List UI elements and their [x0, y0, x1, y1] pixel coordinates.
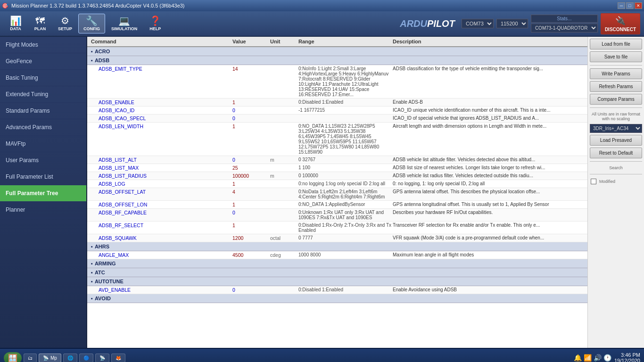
- param-value[interactable]: 4500: [232, 252, 270, 258]
- param-value[interactable]: 1: [232, 181, 270, 187]
- taskbar-item-mp2[interactable]: 📡: [95, 354, 109, 362]
- param-name[interactable]: ADSB_ICAO_SPECL: [91, 115, 232, 121]
- taskbar-item-explorer[interactable]: 🗂: [24, 354, 37, 362]
- close-button[interactable]: ✕: [635, 2, 642, 9]
- taskbar-item-ie[interactable]: 🔵: [79, 354, 93, 362]
- param-name[interactable]: ADSB_RF_CAPABLE: [91, 210, 232, 215]
- param-value[interactable]: 0: [232, 107, 270, 113]
- param-name[interactable]: ADSB_OFFSET_LON: [91, 202, 232, 207]
- group-ahrs[interactable]: ▪ AHRS: [87, 242, 587, 251]
- load-presaved-button[interactable]: Load Presaved: [590, 135, 642, 146]
- toolbar-setup[interactable]: ⚙ SETUP: [53, 14, 77, 33]
- param-range: 1000 8000: [298, 252, 393, 257]
- modified-label: Modified: [598, 178, 616, 185]
- sidebar-item-full-param-list[interactable]: Full Parameter List: [0, 169, 86, 185]
- toolbar-config[interactable]: 🔧 CONFIG: [78, 14, 105, 33]
- param-name[interactable]: ADSB_RF_SELECT: [91, 222, 232, 228]
- param-name[interactable]: ADSB_LIST_ALT: [91, 157, 232, 163]
- group-autotune[interactable]: ▪ AUTOTUNE: [87, 277, 587, 286]
- taskbar-item-firefox[interactable]: 🦊: [111, 354, 125, 362]
- sidebar-item-mavftp[interactable]: MAVFtp: [0, 136, 86, 152]
- param-value[interactable]: 1: [232, 202, 270, 207]
- param-value[interactable]: 1: [232, 222, 270, 228]
- taskbar-item-chrome[interactable]: 🌐: [63, 354, 77, 362]
- sidebar-item-full-param-tree[interactable]: Full Parameter Tree: [0, 185, 86, 202]
- sidebar-item-user-params[interactable]: User Params: [0, 152, 86, 169]
- sidebar-item-basic-tuning[interactable]: Basic Tuning: [0, 70, 86, 86]
- param-range: 0:NO_DATA 1:L15W23 2:L25W28P5 3:L25W34 4…: [298, 123, 393, 155]
- param-name[interactable]: ADSB_OFFSET_LAT: [91, 189, 232, 195]
- param-value[interactable]: 1200: [232, 235, 270, 241]
- param-value[interactable]: 0: [232, 287, 270, 293]
- group-adsb[interactable]: ▪ ADSB: [87, 56, 587, 65]
- sidebar-item-extended-tuning[interactable]: Extended Tuning: [0, 86, 86, 103]
- header-range: Range: [298, 39, 393, 44]
- time: 3:46 PM: [614, 352, 640, 358]
- group-arming[interactable]: ▪ ARMING: [87, 259, 587, 268]
- reset-to-default-button[interactable]: Reset to Default: [590, 148, 642, 158]
- taskbar-item-mp[interactable]: 📡 Mp: [39, 354, 61, 362]
- param-name[interactable]: ADSB_LIST_RADIUS: [91, 173, 232, 179]
- search-label: Search: [590, 165, 642, 171]
- load-from-file-button[interactable]: Load from file: [590, 39, 642, 49]
- param-table-header: Command Value Unit Range Description: [87, 37, 587, 47]
- start-button[interactable]: 🪟: [4, 352, 22, 362]
- sidebar-item-standard-params[interactable]: Standard Params: [0, 103, 86, 119]
- param-value[interactable]: 0: [232, 115, 270, 121]
- compare-params-button[interactable]: Compare Params: [590, 94, 642, 105]
- sidebar-item-planner[interactable]: Planner: [0, 202, 86, 218]
- chrome-icon: 🌐: [67, 355, 73, 361]
- param-value[interactable]: 14: [232, 66, 270, 72]
- save-to-file-button[interactable]: Save to file: [590, 51, 642, 62]
- param-value[interactable]: 1: [232, 123, 270, 129]
- param-name[interactable]: ADSB_ICAO_ID: [91, 107, 232, 113]
- param-value[interactable]: 0: [232, 210, 270, 215]
- sidebar-item-advanced-params[interactable]: Advanced Params: [0, 119, 86, 136]
- param-range: 0 7777: [298, 235, 393, 240]
- param-name[interactable]: AVD_ENABLE: [91, 287, 232, 293]
- param-name[interactable]: ANGLE_MAX: [91, 252, 232, 258]
- stats-button[interactable]: Stats...: [531, 15, 598, 23]
- sidebar-item-geofence[interactable]: GeoFence: [0, 53, 86, 70]
- disconnect-button[interactable]: 🔌 DISCONNECT: [601, 13, 640, 34]
- setup-icon: ⚙: [61, 16, 69, 25]
- maximize-button[interactable]: □: [626, 2, 634, 9]
- param-value[interactable]: 25: [232, 165, 270, 171]
- param-name[interactable]: ADSB_LEN_WIDTH: [91, 123, 232, 129]
- param-value[interactable]: 4: [232, 189, 270, 195]
- toolbar-help[interactable]: ❓ HELP: [143, 14, 167, 33]
- table-row: ADSB_LIST_ALT 0 m 0 32767 ADSB vehicle l…: [87, 156, 587, 164]
- simulation-label: SIMULATION: [111, 26, 137, 31]
- param-name[interactable]: ADSB_LIST_MAX: [91, 165, 232, 171]
- param-name[interactable]: ADSB_SQUAWK: [91, 235, 232, 241]
- group-expand-icon: ▪: [91, 279, 93, 284]
- param-name[interactable]: ADSB_ENABLE: [91, 99, 232, 105]
- group-atc[interactable]: ▪ ATC: [87, 268, 587, 277]
- param-desc: ICAO_ID unique vehicle identification nu…: [393, 107, 584, 113]
- param-range: 1 100: [298, 165, 393, 170]
- param-name[interactable]: ADSB_LOG: [91, 181, 232, 187]
- param-name[interactable]: ADSB_EMIT_TYPE: [91, 66, 232, 72]
- baud-rate-select[interactable]: 115200: [496, 19, 528, 28]
- table-row: ADSB_ICAO_ID 0 -1 16777215 ICAO_ID uniqu…: [87, 107, 587, 115]
- frame-select[interactable]: COM73-1-QUADROTOR: [531, 24, 598, 33]
- sidebar-item-flight-modes[interactable]: Flight Modes: [0, 37, 86, 53]
- toolbar-simulation[interactable]: 💻 SIMULATION: [106, 14, 142, 33]
- frame-preset-select[interactable]: 3DR_Iris+_AC34: [590, 124, 642, 133]
- modified-row: Modified: [590, 177, 642, 186]
- com-port-select[interactable]: COM73: [462, 19, 494, 28]
- toolbar-data[interactable]: 📊 DATA: [4, 14, 27, 33]
- group-acro[interactable]: ▪ ACRO: [87, 47, 587, 56]
- data-label: DATA: [10, 26, 21, 31]
- param-value[interactable]: 100000: [232, 173, 270, 179]
- group-avoid[interactable]: ▪ AVOID: [87, 294, 587, 303]
- toolbar-plan[interactable]: 🗺 PLAN: [28, 14, 52, 33]
- minimize-button[interactable]: ─: [618, 2, 625, 9]
- write-params-button[interactable]: Write Params: [590, 68, 642, 79]
- param-value[interactable]: 0: [232, 157, 270, 163]
- modified-checkbox[interactable]: [591, 179, 596, 184]
- refresh-params-button[interactable]: Refresh Params: [590, 81, 642, 92]
- disconnect-icon: 🔌: [615, 16, 626, 26]
- param-value[interactable]: 1: [232, 99, 270, 105]
- divider: [590, 107, 642, 108]
